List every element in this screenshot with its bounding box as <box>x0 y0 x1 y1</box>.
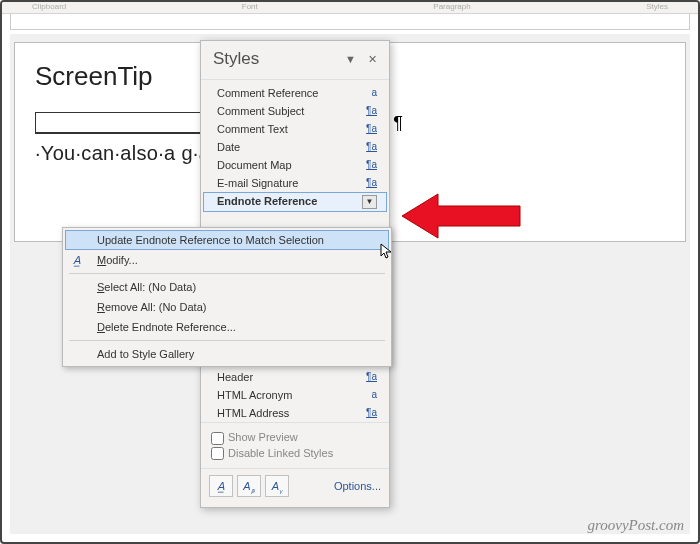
styles-options-link[interactable]: Options... <box>334 480 381 492</box>
style-item-html-address[interactable]: HTML Address¶a <box>203 404 387 422</box>
style-item-comment-subject[interactable]: Comment Subject¶a <box>203 102 387 120</box>
show-preview-checkbox[interactable]: Show Preview <box>211 431 379 445</box>
watermark: groovyPost.com <box>587 517 684 534</box>
menu-add-to-gallery[interactable]: Add to Style Gallery <box>65 344 389 364</box>
menu-remove-all[interactable]: Remove All: (No Data) <box>65 297 389 317</box>
styles-pane-header: Styles ▼ ✕ <box>201 41 389 80</box>
menu-separator <box>69 340 385 341</box>
ribbon-section-labels: Clipboard Font Paragraph Styles <box>2 2 698 14</box>
horizontal-ruler[interactable] <box>10 14 690 30</box>
style-item-header[interactable]: Header¶a <box>203 368 387 386</box>
style-item-date[interactable]: Date¶a <box>203 138 387 156</box>
disable-linked-checkbox[interactable]: Disable Linked Styles <box>211 447 379 461</box>
pane-options-icon[interactable]: ▼ <box>345 53 356 66</box>
style-item-email-signature[interactable]: E-mail Signature¶a <box>203 174 387 192</box>
styles-footer-buttons: A̲ Aᵦ Aᵧ Options... <box>201 468 389 503</box>
style-item-comment-text[interactable]: Comment Text¶a <box>203 120 387 138</box>
menu-update-to-match[interactable]: Update Endnote Reference to Match Select… <box>65 230 389 250</box>
new-style-button[interactable]: A̲ <box>209 475 233 497</box>
pane-close-icon[interactable]: ✕ <box>368 53 377 66</box>
styles-footer-options: Show Preview Disable Linked Styles <box>201 422 389 468</box>
style-item-document-map[interactable]: Document Map¶a <box>203 156 387 174</box>
style-item-comment-reference[interactable]: Comment Referencea <box>203 84 387 102</box>
style-context-menu: Update Endnote Reference to Match Select… <box>62 227 392 367</box>
style-item-html-acronym[interactable]: HTML Acronyma <box>203 386 387 404</box>
menu-modify[interactable]: A̲ Modify... <box>65 250 389 270</box>
pilcrow-icon: ¶ <box>393 113 403 134</box>
style-item-endnote-reference[interactable]: Endnote Reference ▼ <box>203 192 387 212</box>
menu-select-all[interactable]: Select All: (No Data) <box>65 277 389 297</box>
manage-styles-button[interactable]: Aᵧ <box>265 475 289 497</box>
style-inspector-button[interactable]: Aᵦ <box>237 475 261 497</box>
menu-separator <box>69 273 385 274</box>
styles-pane-title: Styles <box>213 49 259 69</box>
menu-delete-style[interactable]: Delete Endnote Reference... <box>65 317 389 337</box>
style-dropdown-icon[interactable]: ▼ <box>362 195 377 209</box>
modify-icon: A̲ <box>73 254 81 267</box>
